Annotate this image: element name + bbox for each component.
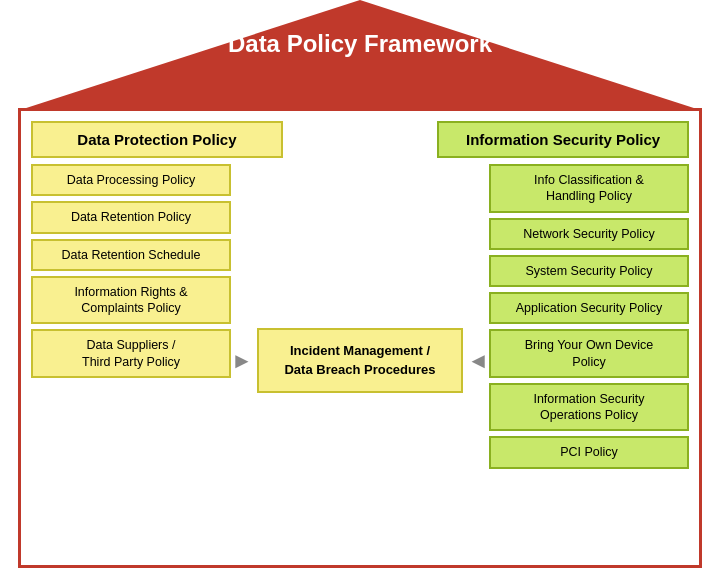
incident-management-box: Incident Management /Data Breach Procedu… xyxy=(257,328,463,392)
left-column: Data Processing Policy Data Retention Po… xyxy=(31,164,231,557)
main-frame: Data Protection Policy Information Secur… xyxy=(18,108,702,568)
center-column: ► Incident Management /Data Breach Proce… xyxy=(231,164,489,557)
data-protection-header: Data Protection Policy xyxy=(31,121,283,158)
header-row: Data Protection Policy Information Secur… xyxy=(21,111,699,164)
list-item: Information Rights &Complaints Policy xyxy=(31,276,231,325)
list-item: Data Processing Policy xyxy=(31,164,231,196)
list-item: Application Security Policy xyxy=(489,292,689,324)
content-area: Data Processing Policy Data Retention Po… xyxy=(21,164,699,565)
main-container: Data Policy Framework Data Protection Po… xyxy=(0,0,720,576)
main-title: Data Policy Framework xyxy=(228,30,492,58)
list-item: Information SecurityOperations Policy xyxy=(489,383,689,432)
list-item: PCI Policy xyxy=(489,436,689,468)
list-item: Info Classification &Handling Policy xyxy=(489,164,689,213)
right-column: Info Classification &Handling Policy Net… xyxy=(489,164,689,557)
info-security-header: Information Security Policy xyxy=(437,121,689,158)
list-item: Bring Your Own DevicePolicy xyxy=(489,329,689,378)
left-arrow-icon: ◄ xyxy=(467,348,489,374)
list-item: Data Retention Schedule xyxy=(31,239,231,271)
list-item: Data Suppliers /Third Party Policy xyxy=(31,329,231,378)
right-arrow-icon: ► xyxy=(231,348,253,374)
list-item: Data Retention Policy xyxy=(31,201,231,233)
list-item: System Security Policy xyxy=(489,255,689,287)
list-item: Network Security Policy xyxy=(489,218,689,250)
